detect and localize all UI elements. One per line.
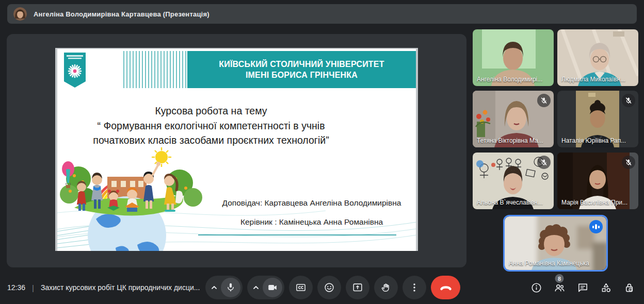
university-name-line1: КИЇВСЬКИЙ СТОЛИЧНИЙ УНІВЕРСИТЕТ	[219, 59, 384, 70]
participant-tile-mariia[interactable]: Марія Василівна При...	[557, 153, 638, 209]
participant-tile-liudmyla[interactable]: Людмила Миколаївн...	[557, 29, 638, 86]
participant-name: Наталія Юріївна Рап...	[561, 137, 626, 144]
university-name-line2: ІМЕНІ БОРИСА ГРІНЧЕНКА	[246, 70, 358, 80]
slide-header-stripes	[123, 51, 187, 88]
slide-university-header: КИЇВСЬКИЙ СТОЛИЧНИЙ УНІВЕРСИТЕТ ІМЕНІ БО…	[187, 51, 416, 88]
info-icon	[530, 282, 542, 294]
microphone-icon	[225, 282, 236, 293]
camera-options-chevron-icon[interactable]	[250, 278, 262, 297]
chat-icon	[577, 282, 589, 294]
chat-button[interactable]	[576, 281, 589, 294]
divider: |	[32, 283, 34, 292]
mic-off-icon	[622, 94, 635, 107]
closed-captions-icon	[295, 282, 307, 293]
participant-name: Марія Василівна При...	[561, 199, 627, 206]
mic-options-chevron-icon[interactable]	[208, 278, 220, 297]
people-button[interactable]: 8	[553, 281, 566, 294]
meeting-info: 12:36 | Захист курсових робіт ЦК природн…	[7, 273, 200, 302]
meeting-panel-icons: 8	[530, 273, 635, 302]
active-speaker-tile[interactable]: Анна Романівна Камінецька	[503, 215, 608, 272]
mic-button[interactable]	[221, 278, 240, 297]
hang-up-icon	[439, 281, 453, 294]
info-button[interactable]	[530, 281, 542, 294]
reactions-button[interactable]	[317, 276, 341, 299]
participant-name: Альона В`ячеславівн...	[477, 199, 543, 206]
raise-hand-button[interactable]	[374, 276, 398, 299]
activities-button[interactable]	[600, 281, 612, 294]
three-dots-icon	[409, 282, 420, 293]
slide-title-line3: початкових класів засобами проєктних тех…	[82, 133, 340, 148]
slide-title-line2: “ Формування екологічної компетентності …	[82, 119, 340, 133]
presenter-avatar	[13, 7, 27, 21]
video-camera-icon	[267, 282, 278, 293]
people-icon	[554, 282, 566, 294]
emoji-smile-icon	[324, 282, 335, 293]
mic-off-icon	[537, 156, 551, 169]
presentation-slide: КИЇВСЬКИЙ СТОЛИЧНИЙ УНІВЕРСИТЕТ ІМЕНІ БО…	[55, 48, 418, 251]
university-logo	[62, 52, 87, 89]
present-screen-icon	[352, 282, 363, 293]
participant-name: Тетяна Вікторівна Ма...	[477, 137, 543, 144]
participant-name: Людмила Миколаївн...	[561, 76, 625, 83]
participant-tile-tetiana[interactable]: Тетяна Вікторівна Ма...	[473, 91, 554, 147]
speaking-indicator-icon	[589, 220, 603, 233]
participant-tile-anhelina[interactable]: Ангеліна Володимирі...	[473, 29, 554, 86]
slide-underline	[198, 234, 396, 235]
more-options-button[interactable]	[403, 276, 426, 299]
present-screen-button[interactable]	[346, 276, 369, 299]
camera-button[interactable]	[263, 278, 282, 297]
meeting-title: Захист курсових робіт ЦК природничих дис…	[41, 283, 200, 292]
captions-button[interactable]	[289, 276, 313, 299]
participant-tile-nataliia[interactable]: Наталія Юріївна Рап...	[557, 91, 638, 147]
presenter-banner[interactable]: Ангеліна Володимирівна Картавцева (Презе…	[7, 4, 637, 24]
camera-control[interactable]	[247, 276, 284, 299]
raise-hand-icon	[380, 282, 392, 293]
clock-time: 12:36	[7, 283, 25, 292]
slide-speaker-line: Доповідач: Картавцева Ангеліна Володимир…	[203, 198, 418, 208]
slide-advisor-line: Керівник : Камінецька Анна Романівна	[203, 217, 418, 227]
participant-name: Ангеліна Володимирі...	[477, 76, 542, 83]
host-controls-button[interactable]	[623, 281, 635, 294]
participant-tile-alona[interactable]: Альона В`ячеславівн...	[473, 153, 554, 209]
hang-up-button[interactable]	[431, 276, 460, 299]
activities-shapes-icon	[600, 282, 612, 294]
participant-count-badge: 8	[555, 274, 564, 283]
mic-control[interactable]	[205, 276, 243, 299]
slide-title: Курсова робота на тему “ Формування екол…	[82, 104, 340, 148]
host-controls-lock-icon	[623, 282, 635, 294]
presenter-name: Ангеліна Володимирівна Картавцева (Презе…	[34, 10, 210, 18]
slide-title-line1: Курсова робота на тему	[82, 104, 340, 119]
presentation-stage[interactable]: КИЇВСЬКИЙ СТОЛИЧНИЙ УНІВЕРСИТЕТ ІМЕНІ БО…	[7, 34, 466, 267]
active-speaker-name: Анна Романівна Камінецька	[509, 260, 589, 267]
mic-off-icon	[537, 94, 551, 107]
call-controls	[205, 276, 460, 299]
slide-speaker-block: Доповідач: Картавцева Ангеліна Володимир…	[203, 198, 418, 227]
mic-off-icon	[622, 156, 635, 169]
